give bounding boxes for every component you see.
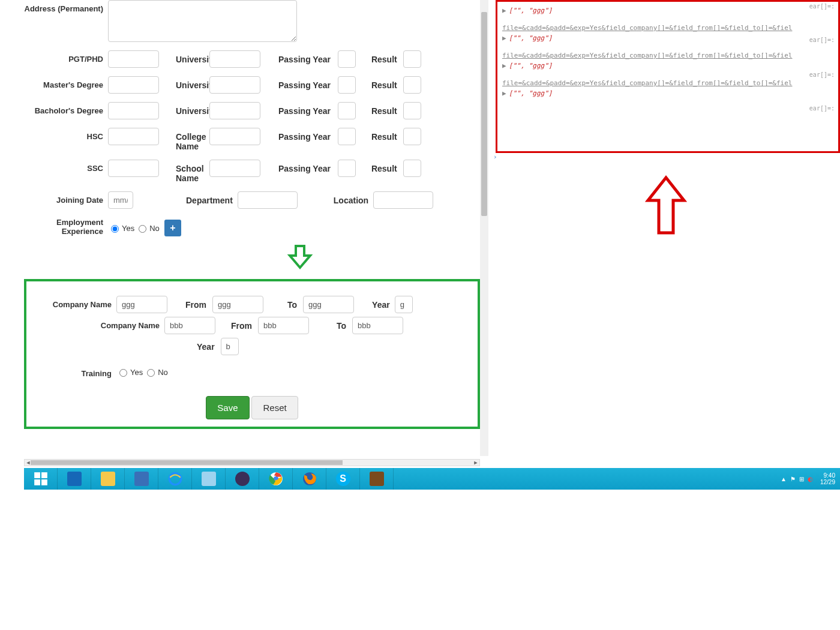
save-button[interactable]: Save	[206, 396, 249, 419]
network-icon[interactable]: ⊞	[799, 476, 804, 482]
edu-degree-input-1[interactable]	[108, 76, 159, 94]
from-input-2[interactable]	[258, 317, 309, 334]
edu-degree-label-3: HSC	[24, 128, 108, 141]
year-input-1[interactable]	[395, 296, 413, 313]
edu-pass-label-3: Passing Year	[278, 128, 331, 142]
console-url-2[interactable]: file=&cadd=&padd=&exp=Yes&field_company[…	[502, 52, 833, 59]
console-url-3[interactable]: file=&cadd=&padd=&exp=Yes&field_company[…	[502, 79, 833, 87]
edu-degree-input-4[interactable]	[108, 160, 159, 177]
company-label-1: Company Name	[32, 296, 116, 309]
status-icon[interactable]: ◐	[808, 476, 813, 482]
edu-degree-label-4: SSC	[24, 160, 108, 173]
location-label: Location	[298, 191, 373, 205]
file-explorer-icon[interactable]	[91, 468, 125, 490]
edu-result-label-1: Result	[371, 76, 397, 90]
edu-inst-label-1: University	[176, 76, 209, 90]
employment-label: Employment Experience	[24, 218, 108, 236]
console-prompt-icon[interactable]: ›	[493, 153, 840, 161]
year-label-2: Year	[164, 338, 221, 352]
training-no-radio[interactable]	[147, 369, 155, 377]
edu-result-label-3: Result	[371, 128, 397, 142]
red-up-arrow-icon	[492, 173, 840, 241]
console-url-1[interactable]: file=&cadd=&padd=&exp=Yes&field_company[…	[502, 24, 833, 32]
add-experience-button[interactable]: +	[164, 220, 181, 236]
edu-degree-input-3[interactable]	[108, 128, 159, 145]
vertical-scrollbar-thumb[interactable]	[481, 12, 487, 216]
to-label-1: To	[263, 296, 303, 310]
eclipse-icon[interactable]	[226, 468, 259, 490]
ie-icon[interactable]	[158, 468, 192, 490]
to-input-1[interactable]	[303, 296, 354, 313]
edu-pass-input-1[interactable]	[338, 76, 356, 94]
windows-taskbar: S ▲ ⚑ ⊞ ◐ 9:40 12/29	[24, 468, 840, 490]
edu-inst-input-1[interactable]	[209, 76, 260, 94]
edu-inst-input-4[interactable]	[209, 160, 260, 177]
from-input-1[interactable]	[212, 296, 263, 313]
svg-rect-2	[34, 479, 40, 485]
horizontal-scrollbar-thumb[interactable]	[31, 460, 343, 465]
edu-result-input-3[interactable]	[403, 128, 421, 145]
experience-section-highlight: Company Name From To Year Company Name F…	[24, 279, 480, 429]
notepad-icon[interactable]	[192, 468, 226, 490]
edu-pass-input-4[interactable]	[338, 160, 356, 177]
edu-inst-input-3[interactable]	[209, 128, 260, 145]
edu-result-label-0: Result	[371, 50, 397, 64]
edu-inst-label-2: University	[176, 102, 209, 116]
edu-result-input-1[interactable]	[403, 76, 421, 94]
svg-rect-3	[41, 479, 47, 485]
edu-result-input-2[interactable]	[403, 102, 421, 119]
department-input[interactable]	[238, 191, 298, 209]
hscroll-right-arrow-icon[interactable]: ►	[472, 460, 479, 466]
taskbar-clock[interactable]: 9:40 12/29	[820, 472, 835, 485]
skype-icon[interactable]: S	[326, 468, 360, 490]
vertical-scrollbar[interactable]	[480, 0, 488, 456]
firefox-icon[interactable]	[293, 468, 326, 490]
from-label-1: From	[167, 296, 212, 310]
company-input-2[interactable]	[164, 317, 215, 334]
experience-no-label: No	[149, 224, 160, 233]
edu-result-input-0[interactable]	[403, 50, 421, 68]
start-button[interactable]	[24, 468, 58, 490]
address-textarea[interactable]	[108, 0, 297, 42]
flag-icon[interactable]: ⚑	[790, 476, 796, 482]
horizontal-scrollbar[interactable]: ◄ ►	[24, 459, 480, 466]
clock-time: 9:40	[820, 472, 835, 479]
clock-date: 12/29	[820, 479, 835, 485]
department-label: Department	[169, 191, 238, 205]
javaee-icon[interactable]	[360, 468, 394, 490]
edu-pass-input-3[interactable]	[338, 128, 356, 145]
experience-yes-radio[interactable]	[111, 225, 119, 233]
edu-result-label-4: Result	[371, 160, 397, 173]
devtools-panel: ear[]=: ▶["", "ggg"] file=&cadd=&padd=&e…	[492, 0, 840, 462]
reset-button[interactable]: Reset	[251, 396, 298, 419]
edu-degree-input-0[interactable]	[108, 50, 159, 68]
edu-pass-input-0[interactable]	[338, 50, 356, 68]
edu-result-input-4[interactable]	[403, 160, 421, 177]
chrome-icon[interactable]	[259, 468, 293, 490]
company-label-2: Company Name	[71, 317, 164, 330]
company-input-1[interactable]	[116, 296, 167, 313]
edu-inst-input-2[interactable]	[209, 102, 260, 119]
to-input-2[interactable]	[352, 317, 403, 334]
experience-no-radio[interactable]	[139, 225, 146, 233]
year-input-2[interactable]	[221, 338, 239, 355]
training-no-label: No	[158, 368, 168, 377]
console-output: ear[]=: ▶["", "ggg"] file=&cadd=&padd=&e…	[496, 0, 840, 153]
tray-up-icon[interactable]: ▲	[781, 476, 787, 482]
vmware-icon[interactable]	[125, 468, 158, 490]
edu-inst-label-4: School Name	[176, 160, 209, 183]
system-tray[interactable]: ▲ ⚑ ⊞ ◐ 9:40 12/29	[776, 468, 840, 490]
edu-degree-label-1: Master's Degree	[24, 76, 108, 89]
console-data-0: ▶["", "ggg"]	[502, 7, 833, 14]
edu-inst-input-0[interactable]	[209, 50, 260, 68]
location-input[interactable]	[373, 191, 433, 209]
edu-result-label-2: Result	[371, 102, 397, 116]
training-yes-radio[interactable]	[119, 369, 127, 377]
console-data-1: ▶["", "ggg"]	[502, 34, 833, 42]
edu-inst-label-0: University	[176, 50, 209, 64]
powershell-icon[interactable]	[58, 468, 91, 490]
year-label-1: Year	[354, 296, 395, 310]
edu-degree-input-2[interactable]	[108, 102, 159, 119]
edu-pass-input-2[interactable]	[338, 102, 356, 119]
joining-date-input[interactable]	[108, 191, 133, 209]
